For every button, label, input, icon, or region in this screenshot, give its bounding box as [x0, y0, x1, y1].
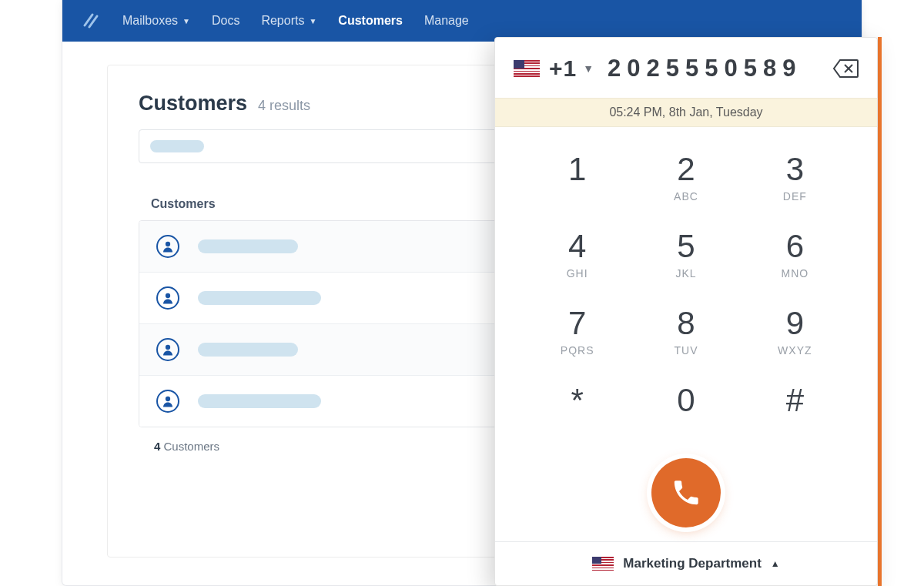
nav-label: Reports: [261, 14, 304, 28]
search-placeholder-skeleton: [150, 140, 204, 152]
nav-label: Docs: [212, 14, 239, 28]
chevron-up-icon: ▲: [771, 558, 780, 569]
dialed-number[interactable]: 2025550589: [608, 55, 823, 82]
nav-docs[interactable]: Docs: [212, 14, 239, 28]
phone-icon: [671, 477, 701, 508]
key-hash[interactable]: #: [741, 370, 849, 447]
us-flag-icon: [592, 557, 614, 571]
svg-point-5: [166, 397, 170, 401]
department-label: Marketing Department: [623, 556, 761, 571]
svg-point-4: [166, 345, 170, 350]
customer-name-skeleton: [198, 394, 321, 408]
nav-label: Customers: [338, 14, 403, 28]
call-row: [495, 447, 877, 541]
key-9[interactable]: 9WXYZ: [741, 293, 849, 370]
customer-name-skeleton: [198, 291, 321, 305]
key-1[interactable]: 1: [523, 139, 631, 216]
key-6[interactable]: 6MNO: [741, 216, 849, 293]
chevron-down-icon: ▼: [182, 17, 190, 25]
svg-point-3: [166, 293, 170, 298]
us-flag-icon: [514, 60, 540, 77]
country-code[interactable]: +1: [549, 55, 577, 82]
results-count: 4 results: [258, 98, 310, 114]
key-2[interactable]: 2ABC: [631, 139, 740, 216]
customer-name-skeleton: [198, 343, 298, 357]
key-7[interactable]: 7PQRS: [523, 293, 631, 370]
footer-count-label: Customers: [160, 440, 219, 453]
dialer-panel: +1 ▼ 2025550589 05:24 PM, 8th Jan, Tuesd…: [494, 37, 878, 586]
chevron-down-icon[interactable]: ▼: [583, 62, 594, 75]
person-icon: [156, 390, 179, 413]
person-icon: [156, 235, 179, 258]
call-button[interactable]: [651, 458, 721, 527]
nav-reports[interactable]: Reports ▼: [261, 14, 316, 28]
dialer-header: +1 ▼ 2025550589: [495, 38, 877, 98]
top-nav: Mailboxes ▼ Docs Reports ▼ Customers Man…: [62, 0, 862, 42]
key-star[interactable]: *: [523, 370, 631, 447]
keypad: 1 2ABC 3DEF 4GHI 5JKL 6MNO 7PQRS 8TUV 9W…: [495, 127, 877, 447]
brand-logo-icon: [81, 11, 101, 31]
accent-bar: [878, 37, 882, 586]
chevron-down-icon: ▼: [309, 17, 316, 25]
person-icon: [156, 286, 179, 310]
key-5[interactable]: 5JKL: [631, 216, 740, 293]
nav-customers[interactable]: Customers: [338, 14, 403, 28]
nav-label: Manage: [424, 14, 469, 28]
key-4[interactable]: 4GHI: [523, 216, 631, 293]
key-0[interactable]: 0: [631, 370, 740, 447]
svg-point-2: [166, 242, 170, 246]
backspace-button[interactable]: [832, 57, 859, 80]
person-icon: [156, 338, 179, 361]
nav-mailboxes[interactable]: Mailboxes ▼: [122, 14, 190, 28]
key-8[interactable]: 8TUV: [631, 293, 740, 370]
timestamp-banner: 05:24 PM, 8th Jan, Tuesday: [495, 98, 877, 127]
customer-name-skeleton: [198, 239, 298, 253]
page-title: Customers: [139, 92, 247, 116]
nav-label: Mailboxes: [122, 14, 178, 28]
department-selector[interactable]: Marketing Department ▲: [495, 541, 877, 585]
nav-manage[interactable]: Manage: [424, 14, 469, 28]
key-3[interactable]: 3DEF: [741, 139, 849, 216]
